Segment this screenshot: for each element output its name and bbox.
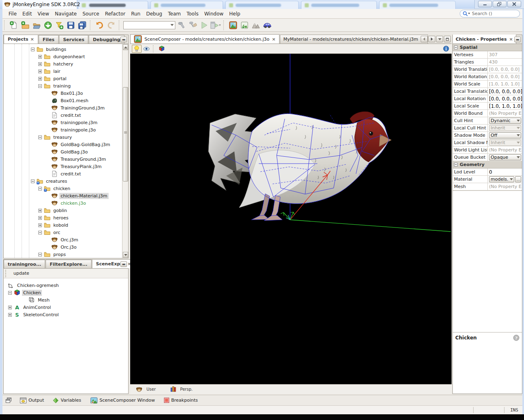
scroll-down-icon[interactable] bbox=[123, 252, 128, 258]
save-all-button[interactable] bbox=[77, 20, 87, 31]
run-button[interactable] bbox=[199, 20, 210, 31]
editor-tab-mymaterial[interactable]: MyMaterial - models/creatures/chicken/ch… bbox=[280, 35, 428, 44]
menu-source[interactable]: Source bbox=[80, 10, 102, 18]
tab-sceneexp[interactable]: SceneExp...× bbox=[92, 259, 135, 268]
property-value[interactable]: [1.0, 1.0, 1.0] bbox=[489, 103, 522, 109]
tree-item-animcontrol[interactable]: AAnimControl bbox=[4, 304, 128, 311]
light-toggle-button[interactable] bbox=[132, 45, 142, 53]
tree-item-chicken-ogremesh[interactable]: Chicken-ogremesh bbox=[4, 282, 128, 289]
property-value[interactable]: [0.0, 0.0, 0.0] bbox=[489, 89, 522, 94]
expand-minus-icon[interactable] bbox=[38, 135, 42, 140]
status-button-output[interactable]: Output bbox=[20, 398, 44, 403]
tree-item-mesh[interactable]: Mesh bbox=[4, 296, 128, 304]
build-hammer-button[interactable] bbox=[176, 20, 187, 31]
status-button-breakpoints[interactable]: Breakpoints bbox=[164, 398, 198, 403]
expand-plus-icon[interactable] bbox=[38, 223, 42, 228]
tree-item-skeletoncontrol[interactable]: SSkeletonControl bbox=[4, 311, 128, 318]
property-dropdown[interactable]: Off bbox=[489, 132, 521, 138]
tab-filterexplore[interactable]: FilterExplore... bbox=[46, 260, 91, 268]
expand-minus-icon[interactable] bbox=[38, 252, 42, 257]
new-file-button[interactable] bbox=[9, 20, 19, 31]
scroll-tabs-left-button[interactable] bbox=[421, 36, 428, 42]
minimize-panel-icon[interactable]: ▬ bbox=[120, 37, 127, 42]
expand-plus-icon[interactable] bbox=[38, 216, 42, 220]
collapse-minus-icon[interactable] bbox=[454, 162, 458, 167]
expand-minus-icon[interactable] bbox=[31, 47, 35, 52]
help-icon[interactable]: ? bbox=[513, 335, 520, 341]
window-title-bar[interactable]: jMonkeyEngine SDK 3.0RC2 bbox=[2, 0, 77, 9]
expand-plus-icon[interactable] bbox=[8, 313, 12, 317]
close-icon[interactable]: × bbox=[272, 37, 275, 42]
property-value[interactable]: 0 bbox=[489, 169, 492, 175]
tab-services[interactable]: Services bbox=[59, 35, 88, 44]
filter-new-button[interactable] bbox=[54, 20, 65, 31]
scene-viewport[interactable] bbox=[130, 54, 452, 384]
property-section-spatial[interactable]: Spatial bbox=[453, 44, 522, 51]
property-dropdown[interactable]: Dynamic bbox=[489, 118, 521, 124]
camera-label[interactable]: User bbox=[146, 387, 156, 392]
scrollbar-thumb[interactable] bbox=[123, 87, 128, 182]
main-project-combobox[interactable] bbox=[123, 21, 175, 29]
property-value[interactable]: [0.0, 0.0, 0.0] bbox=[489, 96, 522, 102]
minimize-panel-icon[interactable]: ▬ bbox=[120, 261, 127, 267]
expand-minus-icon[interactable] bbox=[38, 230, 42, 235]
tab-files[interactable]: Files bbox=[39, 35, 59, 44]
info-button[interactable] bbox=[443, 46, 449, 53]
run-config-button[interactable] bbox=[210, 20, 221, 31]
close-icon[interactable]: × bbox=[509, 37, 513, 42]
material-browse-button[interactable]: ... bbox=[515, 176, 521, 182]
quick-search[interactable] bbox=[460, 10, 520, 18]
expand-plus-icon[interactable] bbox=[38, 77, 42, 81]
expand-minus-icon[interactable] bbox=[38, 84, 42, 88]
property-dropdown[interactable]: models... bbox=[489, 176, 514, 182]
menu-debug[interactable]: Debug bbox=[143, 10, 165, 18]
search-input[interactable] bbox=[472, 11, 513, 16]
tab-debugging[interactable]: Debugging bbox=[89, 35, 124, 44]
vehicle-button[interactable] bbox=[262, 20, 273, 31]
projects-scrollbar[interactable] bbox=[122, 44, 128, 258]
open-project-button[interactable] bbox=[31, 20, 42, 31]
menu-refactor[interactable]: Refactor bbox=[102, 10, 128, 18]
menu-run[interactable]: Run bbox=[128, 10, 143, 18]
new-project-button[interactable] bbox=[20, 20, 31, 31]
update-button[interactable]: update bbox=[10, 270, 33, 277]
maximize-editor-button[interactable] bbox=[444, 36, 451, 42]
minimize-button[interactable] bbox=[478, 1, 492, 7]
clean-build-button[interactable] bbox=[188, 20, 198, 31]
expand-plus-icon[interactable] bbox=[8, 305, 12, 310]
expand-plus-icon[interactable] bbox=[38, 208, 42, 213]
expand-plus-icon[interactable] bbox=[38, 69, 42, 74]
menu-edit[interactable]: Edit bbox=[20, 10, 35, 18]
undo-button[interactable] bbox=[94, 20, 105, 31]
editor-tab-scenecomposer[interactable]: SceneComposer - models/creatures/chicken… bbox=[130, 34, 279, 44]
property-dropdown[interactable]: Opaque bbox=[489, 154, 521, 160]
expand-minus-icon[interactable] bbox=[31, 179, 35, 184]
status-button-scenecomposer-window[interactable]: SceneComposer Window bbox=[90, 397, 155, 404]
expand-plus-icon[interactable] bbox=[38, 55, 42, 59]
menu-help[interactable]: Help bbox=[226, 10, 243, 18]
redo-button[interactable] bbox=[106, 20, 116, 31]
menu-team[interactable]: Team bbox=[165, 10, 184, 18]
menu-tools[interactable]: Tools bbox=[183, 10, 201, 18]
tab-chicken-properties[interactable]: Chicken - Properties × bbox=[453, 35, 516, 44]
tab-projects[interactable]: Projects× bbox=[4, 35, 38, 44]
menu-navigate[interactable]: Navigate bbox=[52, 10, 80, 18]
close-icon[interactable]: × bbox=[31, 37, 34, 42]
dock-windows-icon[interactable] bbox=[6, 398, 12, 403]
collapse-minus-icon[interactable] bbox=[454, 45, 458, 50]
show-selection-button[interactable] bbox=[142, 45, 151, 53]
status-button-variables[interactable]: Variables bbox=[53, 398, 81, 403]
image-scene-button[interactable] bbox=[228, 20, 238, 31]
menu-file[interactable]: File bbox=[6, 10, 20, 18]
tab-trainingroo[interactable]: trainingroo... bbox=[4, 260, 45, 268]
image-asset-button[interactable] bbox=[239, 20, 250, 31]
projection-label[interactable]: Persp. bbox=[180, 387, 193, 392]
restore-button[interactable] bbox=[493, 1, 507, 7]
menu-view[interactable]: View bbox=[35, 10, 52, 18]
scroll-up-icon[interactable] bbox=[123, 44, 128, 50]
minimize-panel-icon[interactable]: ▬ bbox=[514, 37, 521, 42]
scroll-tabs-right-button[interactable] bbox=[428, 36, 435, 42]
expand-plus-icon[interactable] bbox=[38, 62, 42, 66]
property-section-geometry[interactable]: Geometry bbox=[453, 161, 522, 168]
expand-minus-icon[interactable] bbox=[8, 291, 12, 295]
